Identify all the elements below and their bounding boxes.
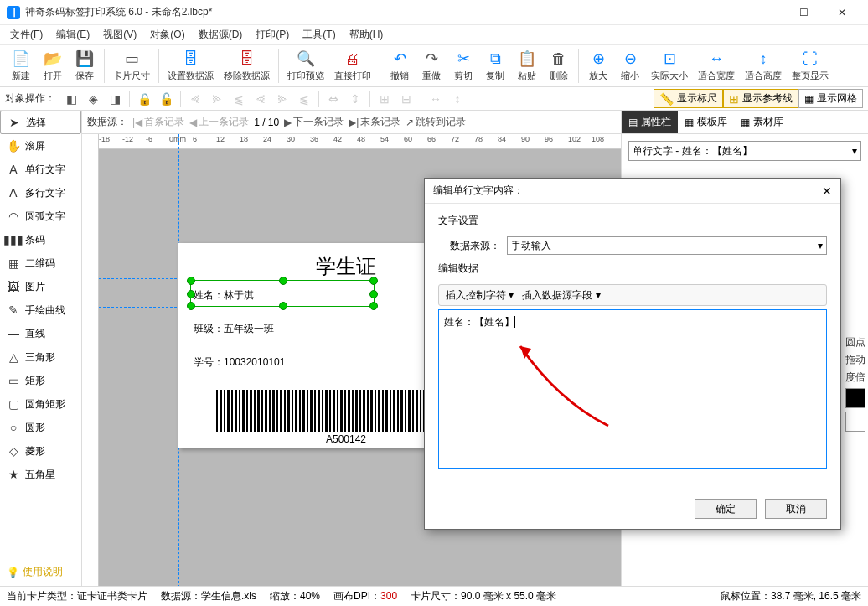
tool-单行文字[interactable]: A单行文字 [0,158,81,181]
toolbar-复制[interactable]: ⧉复制 [479,47,511,85]
toolbar-打印预览[interactable]: 🔍打印预览 [282,47,329,85]
show-grid-toggle[interactable]: ▦显示网格 [798,89,863,108]
menu-item[interactable]: 对象(O) [143,26,191,44]
toolbar-撤销[interactable]: ↶撤销 [384,47,416,85]
tab-assets[interactable]: ▦ 素材库 [734,111,790,133]
toolbar-缩小[interactable]: ⊖缩小 [614,47,646,85]
toolbar-适合宽度[interactable]: ↔适合宽度 [693,47,740,85]
tool-三角形[interactable]: △三角形 [0,345,81,369]
ok-button[interactable]: 确定 [695,499,757,519]
tool-多行文字[interactable]: A̲多行文字 [0,181,81,205]
minimize-button[interactable]: — [746,0,784,25]
toolbar-重做[interactable]: ↷重做 [416,47,447,85]
barcode[interactable] [216,390,459,432]
卡片尺寸-icon: ▭ [122,49,141,68]
toolbar-保存[interactable]: 💾保存 [69,47,101,85]
toolbar-移除数据源[interactable]: 🗄移除数据源 [219,47,275,85]
layer-back-icon[interactable]: ◨ [106,90,124,108]
next-record-button[interactable]: ▶ 下一条记录 [284,115,344,129]
menu-item[interactable]: 数据源(D) [192,26,250,44]
selection-box [190,280,375,307]
unlock-icon[interactable]: 🔓 [157,90,175,108]
lock-icon[interactable]: 🔒 [135,90,153,108]
tool-图片[interactable]: 🖼图片 [0,275,81,298]
horizontal-ruler: -18-12-60mm61218243036424854606672788490… [99,134,621,149]
移除数据源-icon: 🗄 [238,49,256,68]
tool-圆弧文字[interactable]: ◠圆弧文字 [0,205,81,228]
tool-菱形[interactable]: ◇菱形 [0,439,81,463]
tool-手绘曲线[interactable]: ✎手绘曲线 [0,298,81,322]
tool-矩形[interactable]: ▭矩形 [0,369,81,392]
dist-h-icon: ⇔ [324,90,343,108]
tool-条码[interactable]: ▮▮▮条码 [0,228,81,251]
show-guides-toggle[interactable]: ⊞显示参考线 [723,89,798,108]
toolbar-设置数据源[interactable]: 🗄设置数据源 [163,47,219,85]
id-row[interactable]: 学号：10032010101 [194,350,285,370]
maximize-button[interactable]: ☐ [784,0,823,25]
tool-圆形[interactable]: ○圆形 [0,416,81,439]
撤销-icon: ↶ [390,49,409,68]
insert-field-button[interactable]: 插入数据源字段 ▾ [522,288,600,303]
cancel-button[interactable]: 取消 [765,499,827,519]
toolbar-直接打印[interactable]: 🖨直接打印 [329,47,376,85]
tool-直线[interactable]: —直线 [0,322,81,345]
圆形-icon: ○ [7,421,20,434]
tool-滚屏[interactable]: ✋滚屏 [0,134,81,158]
ruler-icon: 📏 [659,92,674,106]
prev-record-button[interactable]: ◀ 上一条记录 [189,115,249,129]
same-width-icon: ↔ [426,90,445,108]
tool-五角星[interactable]: ★五角星 [0,463,81,486]
layer-front-icon[interactable]: ◧ [62,90,80,108]
圆弧文字-icon: ◠ [7,210,20,223]
text-content-input[interactable]: 姓名：【姓名】 [438,309,827,469]
放大-icon: ⊕ [589,49,607,68]
layer-mid-icon[interactable]: ◈ [84,90,102,108]
适合高度-icon: ↕ [754,49,772,68]
tool-选择[interactable]: ➤选择 [0,111,81,134]
圆角矩形-icon: ▢ [7,397,20,411]
card-type-status: 当前卡片类型：证卡证书类卡片 [7,589,147,603]
toolbar-适合高度[interactable]: ↕适合高度 [740,47,787,85]
tool-二维码[interactable]: ▦二维码 [0,251,81,275]
dialog-close-button[interactable]: ✕ [822,184,832,198]
object-operations-bar: 对象操作： ◧ ◈ ◨ 🔒 🔓 ⫷ ⫸ ⫹ ⫷ ⫸ ⫹ ⇔ ⇕ ⊞ ⊟ ↔ ↕ … [0,87,868,111]
适合宽度-icon: ↔ [707,49,726,68]
background-color[interactable] [845,412,865,432]
first-record-button[interactable]: |◀ 首条记录 [132,115,184,129]
class-row[interactable]: 班级：五年级一班 [194,317,274,336]
toolbar-新建[interactable]: 📄新建 [5,47,37,85]
手绘曲线-icon: ✎ [7,303,20,317]
menu-item[interactable]: 文件(F) [3,26,49,44]
record-nav-bar: 数据源： |◀ 首条记录 ◀ 上一条记录 1 / 10 ▶ 下一条记录 ▶| 末… [82,111,621,134]
toolbar-删除[interactable]: 🗑删除 [543,47,575,85]
toolbar-打开[interactable]: 📂打开 [37,47,69,85]
二维码-icon: ▦ [7,256,20,270]
toolbar-剪切[interactable]: ✂剪切 [447,47,479,85]
object-selector-combo[interactable]: 单行文字 - 姓名：【姓名】▾ [628,141,861,161]
menu-item[interactable]: 编辑(E) [49,26,96,44]
tab-properties[interactable]: ▤ 属性栏 [622,111,678,133]
tool-圆角矩形[interactable]: ▢圆角矩形 [0,392,81,416]
help-button[interactable]: 💡 使用说明 [3,562,66,583]
图片-icon: 🖼 [7,280,20,293]
toolbar-粘贴[interactable]: 📋粘贴 [511,47,543,85]
menubar: 文件(F)编辑(E)视图(V)对象(O)数据源(D)打印(P)工具(T)帮助(H… [0,25,868,45]
toolbar-卡片尺寸[interactable]: ▭卡片尺寸 [108,47,155,85]
tab-templates[interactable]: ▦ 模板库 [678,111,734,133]
toolbar-实际大小[interactable]: ⊡实际大小 [646,47,693,85]
menu-item[interactable]: 视图(V) [96,26,143,44]
menu-item[interactable]: 打印(P) [249,26,296,44]
jump-record-button[interactable]: ↗ 跳转到记录 [406,115,466,129]
show-ruler-toggle[interactable]: 📏显示标尺 [654,89,723,108]
text-settings-section: 文字设置 [438,214,827,228]
menu-item[interactable]: 工具(T) [296,26,342,44]
toolbar-放大[interactable]: ⊕放大 [582,47,614,85]
insert-control-char-button[interactable]: 插入控制字符 ▾ [446,288,514,303]
menu-item[interactable]: 帮助(H) [343,26,390,44]
data-source-combo[interactable]: 手动输入▾ [507,236,827,255]
main-toolbar: 📄新建📂打开💾保存▭卡片尺寸🗄设置数据源🗄移除数据源🔍打印预览🖨直接打印↶撤销↷… [0,45,868,87]
last-record-button[interactable]: ▶| 末条记录 [349,115,400,129]
close-button[interactable]: ✕ [823,0,861,25]
toolbar-整页显示[interactable]: ⛶整页显示 [787,47,834,85]
foreground-color[interactable] [845,388,865,408]
